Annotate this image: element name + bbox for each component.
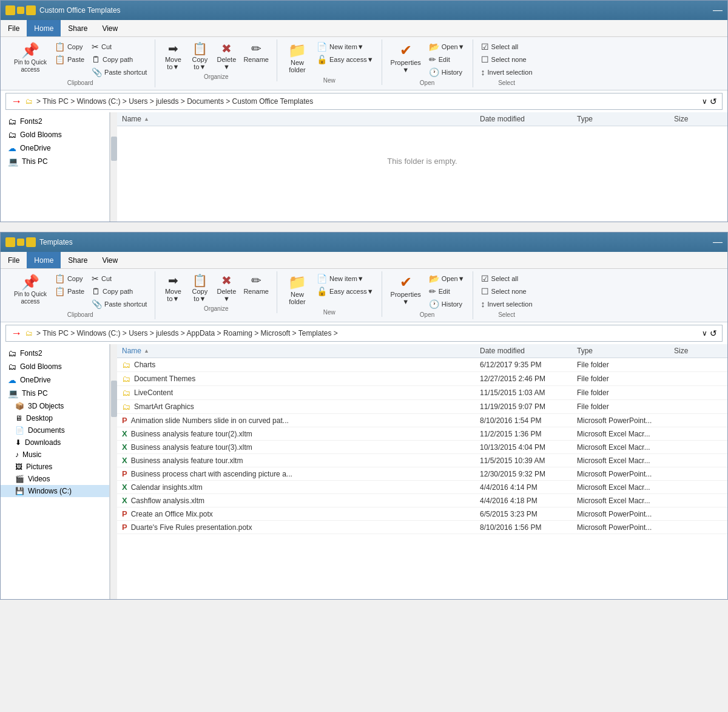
- address-refresh-icon-2[interactable]: ↺: [710, 328, 717, 338]
- col-size-2[interactable]: Size: [674, 347, 723, 355]
- minimize-button-2[interactable]: —: [713, 237, 723, 248]
- paste-shortcut-button-1[interactable]: 📎 Paste shortcut: [89, 66, 150, 78]
- sidebar-item-windows-c[interactable]: 💾 Windows (C:): [1, 485, 109, 497]
- sidebar-item-fonts2-2[interactable]: 🗂 Fonts2: [1, 347, 109, 360]
- pin-to-quick-access-button-1[interactable]: 📌 Pin to Quickaccess: [10, 41, 50, 76]
- easy-access-button-1[interactable]: 🔓 Easy access▼: [314, 53, 377, 66]
- address-refresh-icon-1[interactable]: ↺: [710, 97, 717, 106]
- new-folder-button-2[interactable]: 📁 Newfolder: [282, 273, 312, 308]
- sidebar-item-music[interactable]: ♪ Music: [1, 449, 109, 461]
- rename-button-2[interactable]: ✏ Rename: [240, 273, 272, 297]
- cut-button-2[interactable]: ✂ Cut: [89, 273, 150, 285]
- table-row[interactable]: P Create an Office Mix.potx 6/5/2015 3:2…: [117, 507, 727, 521]
- sidebar-item-desktop[interactable]: 🖥 Desktop: [1, 412, 109, 424]
- col-type-2[interactable]: Type: [577, 347, 674, 355]
- col-date-1[interactable]: Date modified: [480, 115, 577, 123]
- menu-file-1[interactable]: File: [1, 20, 27, 36]
- copy-button-1[interactable]: 📋 📋 Copy: [52, 41, 87, 53]
- new-item-button-2[interactable]: 📄 New item▼: [314, 273, 377, 285]
- table-row[interactable]: X Business analysis feature tour(3).xltm…: [117, 441, 727, 454]
- menu-view-1[interactable]: View: [95, 20, 125, 36]
- cut-button-1[interactable]: ✂ Cut: [89, 41, 150, 53]
- col-type-1[interactable]: Type: [577, 115, 674, 123]
- paste-button-2[interactable]: 📋 Paste: [52, 285, 87, 297]
- edit-button-2[interactable]: ✏ Edit: [426, 285, 468, 297]
- col-date-2[interactable]: Date modified: [480, 347, 577, 355]
- paste-button-1[interactable]: 📋 Paste: [52, 53, 87, 66]
- new-folder-button-1[interactable]: 📁 Newfolder: [282, 41, 312, 76]
- table-row[interactable]: X Business analysis feature tour(2).xltm…: [117, 427, 727, 441]
- sidebar-item-documents[interactable]: 📄 Documents: [1, 424, 109, 436]
- menu-share-1[interactable]: Share: [61, 20, 95, 36]
- select-all-button-1[interactable]: ☑ Select all: [478, 41, 536, 53]
- table-row[interactable]: X Cashflow analysis.xltm 4/4/2016 4:18 P…: [117, 494, 727, 507]
- table-row[interactable]: X Calendar insights.xltm 4/4/2016 4:14 P…: [117, 481, 727, 494]
- table-row[interactable]: P Duarte's Five Rules presentation.potx …: [117, 521, 727, 534]
- table-row[interactable]: P Animation slide Numbers slide in on cu…: [117, 414, 727, 427]
- rename-button-1[interactable]: ✏ Rename: [240, 41, 272, 65]
- properties-button-1[interactable]: ✔ Properties▼: [387, 41, 425, 76]
- drive-icon: 💾: [15, 487, 24, 495]
- col-name-1[interactable]: Name ▲: [122, 115, 480, 123]
- sidebar-item-thispc-1[interactable]: 💻 This PC: [1, 155, 109, 168]
- sidebar-item-pictures[interactable]: 🖼 Pictures: [1, 461, 109, 473]
- easy-access-button-2[interactable]: 🔓 Easy access▼: [314, 285, 377, 297]
- table-row[interactable]: X Business analysis feature tour.xltm 11…: [117, 454, 727, 467]
- table-row[interactable]: 🗂 Document Themes 12/27/2015 2:46 PM Fil…: [117, 372, 727, 386]
- new-item-button-1[interactable]: 📄 New item▼: [314, 41, 377, 53]
- table-row[interactable]: 🗂 Charts 6/12/2017 9:35 PM File folder: [117, 358, 727, 372]
- minimize-button-1[interactable]: —: [713, 5, 723, 16]
- menu-view-2[interactable]: View: [95, 252, 125, 268]
- file-date: 11/5/2015 10:39 AM: [480, 456, 577, 465]
- pin-to-quick-access-button-2[interactable]: 📌 Pin to Quickaccess: [10, 273, 50, 308]
- paste-icon-2: 📋: [55, 286, 65, 296]
- sidebar-item-onedrive-2[interactable]: ☁ OneDrive: [1, 373, 109, 387]
- sidebar-item-3dobjects[interactable]: 📦 3D Objects: [1, 400, 109, 412]
- select-none-button-1[interactable]: ☐ Select none: [478, 53, 536, 66]
- paste-shortcut-button-2[interactable]: 📎 Paste shortcut: [89, 298, 150, 310]
- edit-button-1[interactable]: ✏ Edit: [426, 53, 468, 66]
- address-bar-1[interactable]: → 🗂 > This PC > Windows (C:) > Users > j…: [5, 93, 723, 110]
- col-name-2[interactable]: Name ▲: [122, 347, 480, 355]
- table-row[interactable]: P Business process chart with ascending …: [117, 467, 727, 481]
- address-bar-2[interactable]: → 🗂 > This PC > Windows (C:) > Users > j…: [5, 325, 723, 342]
- sidebar-scrollbar-2[interactable]: [110, 344, 117, 599]
- sidebar-scrollbar-1[interactable]: [110, 112, 117, 222]
- history-button-1[interactable]: 🕐 History: [426, 66, 468, 78]
- properties-button-2[interactable]: ✔ Properties▼: [387, 273, 425, 308]
- sidebar-item-fonts2-1[interactable]: 🗂 Fonts2: [1, 115, 109, 128]
- address-dropdown-icon-1[interactable]: ∨: [702, 97, 707, 106]
- copy-to-button-2[interactable]: 📋 Copyto▼: [187, 273, 212, 304]
- sidebar-item-onedrive-1[interactable]: ☁ OneDrive: [1, 141, 109, 155]
- copy-path-button-1[interactable]: 🗒 Copy path: [89, 53, 150, 66]
- table-row[interactable]: 🗂 SmartArt Graphics 11/19/2015 9:07 PM F…: [117, 400, 727, 414]
- menu-file-2[interactable]: File: [1, 252, 27, 268]
- select-none-button-2[interactable]: ☐ Select none: [478, 285, 536, 297]
- history-button-2[interactable]: 🕐 History: [426, 298, 468, 310]
- invert-selection-button-2[interactable]: ↕ Invert selection: [478, 298, 536, 310]
- sidebar-item-downloads[interactable]: ⬇ Downloads: [1, 436, 109, 449]
- sidebar-item-goldblooms-2[interactable]: 🗂 Gold Blooms: [1, 360, 109, 373]
- open-button-2[interactable]: 📂 Open▼: [426, 273, 468, 285]
- sidebar-item-goldblooms-1[interactable]: 🗂 Gold Blooms: [1, 128, 109, 141]
- copy-to-button-1[interactable]: 📋 Copyto▼: [187, 41, 212, 72]
- copy-path-button-2[interactable]: 🗒 Copy path: [89, 285, 150, 297]
- address-dropdown-icon-2[interactable]: ∨: [702, 329, 707, 337]
- menu-share-2[interactable]: Share: [61, 252, 95, 268]
- sidebar-item-thispc-2[interactable]: 💻 This PC: [1, 387, 109, 400]
- file-name-text: Business analysis feature tour(3).xltm: [131, 443, 252, 452]
- sidebar-item-videos[interactable]: 🎬 Videos: [1, 473, 109, 485]
- move-to-button-1[interactable]: ➡ Moveto▼: [160, 41, 186, 72]
- table-row[interactable]: 🗂 LiveContent 11/15/2015 1:03 AM File fo…: [117, 386, 727, 400]
- menu-home-1[interactable]: Home: [27, 20, 61, 36]
- copy-button-2[interactable]: 📋 Copy: [52, 273, 87, 285]
- open-button-1[interactable]: 📂 Open▼: [426, 41, 468, 53]
- invert-selection-button-1[interactable]: ↕ Invert selection: [478, 66, 536, 78]
- menu-home-2[interactable]: Home: [27, 252, 61, 268]
- delete-button-1[interactable]: ✖ Delete▼: [214, 41, 239, 72]
- move-to-button-2[interactable]: ➡ Moveto▼: [160, 273, 186, 304]
- col-size-1[interactable]: Size: [674, 115, 723, 123]
- delete-button-2[interactable]: ✖ Delete▼: [214, 273, 239, 304]
- select-all-button-2[interactable]: ☑ Select all: [478, 273, 536, 285]
- clipboard-buttons-1: 📌 Pin to Quickaccess 📋 📋 Copy 📋 Paste: [10, 41, 150, 78]
